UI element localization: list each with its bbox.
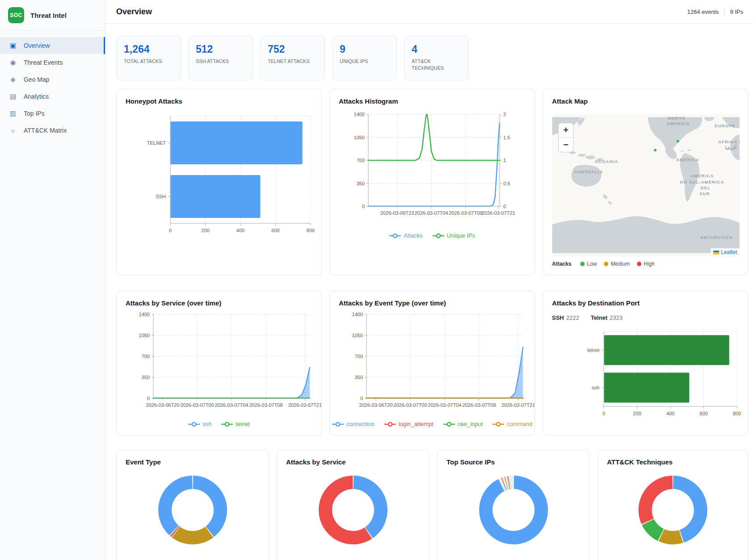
- svg-text:350: 350: [142, 375, 150, 380]
- topbar: Overview 1264 events 9 IPs: [105, 0, 754, 24]
- event-type-donut[interactable]: [117, 470, 269, 550]
- diamond-icon: ◈: [8, 75, 17, 84]
- sidebar-item-top-ips[interactable]: ▥ Top IPs: [0, 105, 105, 122]
- legend-marker-icon: [433, 233, 444, 238]
- stat-label: UNIQUE IPS: [340, 58, 389, 65]
- card-title: Attacks by Service (over time): [117, 291, 321, 307]
- card-attacks-by-event-type-time: Attacks by Event Type (over time) 035070…: [329, 291, 535, 436]
- zoom-out-button[interactable]: −: [559, 138, 573, 152]
- map-attribution: Leaflet: [711, 248, 740, 256]
- sidebar-item-label: Threat Events: [24, 59, 63, 66]
- legend-item-command[interactable]: command: [493, 421, 532, 427]
- leaflet-link[interactable]: Leaflet: [721, 249, 737, 255]
- stat-ssh-attacks: 512 SSH ATTACKS: [188, 36, 253, 80]
- destination-port-chart[interactable]: 0200400600800telnetssh: [543, 325, 748, 426]
- attacks-by-event-type-chart[interactable]: 0350700105014002026-03-06T202026-03-07T0…: [330, 309, 535, 416]
- map-legend-low: Low: [580, 261, 597, 267]
- attacks-histogram-chart[interactable]: 0350700105014002026-03-06T232026-03-07T0…: [330, 109, 535, 225]
- svg-text:2026-03-07T21: 2026-03-07T21: [501, 402, 535, 408]
- zoom-in-button[interactable]: +: [559, 123, 573, 138]
- legend-item-raw_input[interactable]: raw_input: [443, 421, 483, 427]
- high-dot-icon: [637, 262, 641, 266]
- card-title: Attacks Histogram: [330, 89, 535, 105]
- map-legend: Attacks Low Medium High: [552, 261, 655, 267]
- sidebar-item-overview[interactable]: ▣ Overview: [0, 37, 105, 54]
- legend-item-login_attempt[interactable]: login_attempt: [384, 421, 434, 427]
- svg-text:0.5: 0.5: [503, 181, 510, 186]
- stat-attck-techniques: 4 ATT&CK TECHNIQUES: [404, 36, 469, 80]
- svg-text:AMÉRICA: AMÉRICA: [691, 173, 714, 178]
- sidebar-item-analytics[interactable]: ▤ Analytics: [0, 88, 105, 105]
- svg-text:200: 200: [633, 411, 641, 416]
- medium-dot-icon: [604, 262, 608, 266]
- svg-text:800: 800: [307, 228, 315, 233]
- app-logo: SOC: [8, 7, 24, 23]
- stat-total-attacks: 1,264 TOTAL ATTACKS: [116, 36, 181, 80]
- svg-text:2026-03-07T08: 2026-03-07T08: [462, 402, 496, 408]
- card-honeypot-attacks: Honeypot Attacks 0200400600800TELNETSSH: [116, 89, 322, 276]
- svg-text:1400: 1400: [354, 112, 365, 117]
- sidebar-item-label: Geo Map: [24, 76, 50, 83]
- svg-text:2026-03-07T08: 2026-03-07T08: [249, 402, 282, 408]
- card-attacks-by-service-time: Attacks by Service (over time) 035070010…: [116, 291, 322, 436]
- histogram-legend: Attacks Unique IPs: [330, 232, 535, 239]
- svg-text:ANTARCTICA: ANTARCTICA: [700, 235, 733, 240]
- card-attack-map: Attack Map + −: [543, 89, 748, 276]
- legend-item-connection[interactable]: connection: [332, 421, 375, 427]
- legend-item-Attacks[interactable]: Attacks: [389, 232, 423, 239]
- svg-text:0: 0: [147, 396, 150, 401]
- overview-icon: ▣: [8, 42, 17, 50]
- svg-text:800: 800: [733, 411, 741, 416]
- svg-text:700: 700: [355, 354, 363, 359]
- stat-label: TELNET ATTACKS: [268, 58, 317, 65]
- svg-text:350: 350: [355, 375, 363, 380]
- attack-map[interactable]: + −: [552, 114, 740, 256]
- stat-value: 1,264: [124, 43, 173, 55]
- stat-unique-ips: 9 UNIQUE IPS: [332, 36, 397, 80]
- svg-text:SSH: SSH: [156, 194, 166, 199]
- telnet-port-tag: Telnet2323: [591, 314, 623, 321]
- svg-text:0: 0: [169, 228, 172, 233]
- svg-text:DO SUL;AMÉRICA: DO SUL;AMÉRICA: [680, 180, 725, 184]
- stat-label: ATT&CK TECHNIQUES: [412, 58, 461, 71]
- stat-label: TOTAL ATTACKS: [124, 58, 173, 65]
- sidebar-item-label: Top IPs: [24, 110, 45, 117]
- svg-text:1050: 1050: [352, 333, 363, 338]
- svg-text:2026-03-07T00: 2026-03-07T00: [393, 402, 427, 408]
- sidebar-item-label: ATT&CK Matrix: [24, 127, 67, 134]
- card-attacks-by-destination-port: Attacks by Destination Port SSH2222 Teln…: [543, 291, 748, 436]
- svg-text:350: 350: [357, 181, 365, 186]
- svg-text:2026-03-07T21: 2026-03-07T21: [288, 402, 321, 408]
- sidebar-item-attck-matrix[interactable]: ○ ATT&CK Matrix: [0, 122, 105, 139]
- svg-text:AUSTRALIA: AUSTRALIA: [574, 169, 603, 174]
- stat-telnet-attacks: 752 TELNET ATTACKS: [260, 36, 325, 80]
- card-title: Attacks by Service: [277, 450, 429, 466]
- port-tags: SSH2222 Telnet2323: [552, 314, 623, 321]
- header-meta: 1264 events 9 IPs: [687, 8, 743, 15]
- app-root: SOC Threat Intel ▣ Overview ◉ Threat Eve…: [0, 0, 754, 560]
- honeypot-attacks-chart[interactable]: 0200400600800TELNETSSH: [117, 109, 321, 243]
- svg-text:AFRIKA /: AFRIKA /: [718, 139, 740, 144]
- svg-text:700: 700: [142, 354, 150, 359]
- service-donut[interactable]: [277, 470, 429, 550]
- attacks-by-service-chart[interactable]: 0350700105014002026-03-06T202026-03-07T0…: [117, 309, 321, 416]
- svg-text:400: 400: [236, 228, 244, 233]
- legend-item-Unique IPs[interactable]: Unique IPs: [433, 232, 476, 239]
- sidebar-item-geo-map[interactable]: ◈ Geo Map: [0, 71, 105, 88]
- svg-text:2026-03-07T04: 2026-03-07T04: [215, 402, 248, 408]
- svg-text:2: 2: [503, 112, 506, 117]
- sidebar-item-threat-events[interactable]: ◉ Threat Events: [0, 54, 105, 71]
- svg-text:1400: 1400: [139, 312, 150, 317]
- legend-marker-icon: [384, 422, 396, 427]
- svg-text:1.5: 1.5: [503, 135, 510, 140]
- svg-text:1: 1: [503, 158, 506, 163]
- world-map: NORTHAMERICAEUROPEAFRIKA /أفريقياAMÉRICA…: [552, 114, 740, 256]
- svg-text:400: 400: [666, 411, 674, 416]
- top-source-ips-donut[interactable]: [438, 470, 590, 550]
- legend-item-telnet[interactable]: telnet: [221, 421, 250, 427]
- legend-item-ssh[interactable]: ssh: [188, 421, 211, 427]
- stat-value: 4: [412, 43, 461, 55]
- svg-text:telnet: telnet: [587, 347, 599, 353]
- service-legend: ssh telnet: [117, 421, 321, 427]
- attck-techniques-donut[interactable]: [598, 470, 748, 550]
